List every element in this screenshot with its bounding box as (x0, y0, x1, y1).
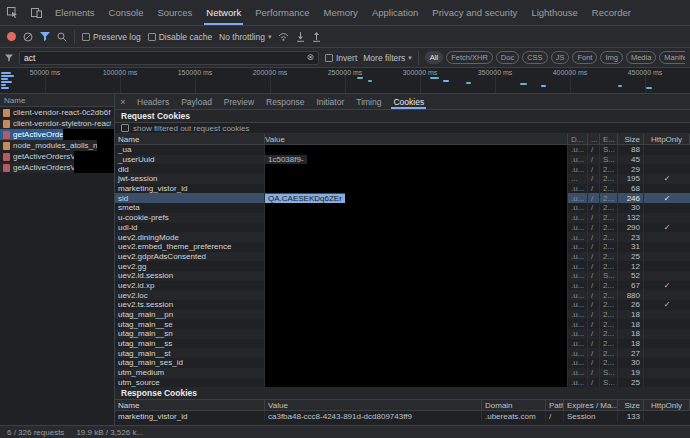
cookie-row[interactable]: uev2.embed_theme_preference.u.../2...31 (115, 242, 690, 252)
network-conditions-icon[interactable] (278, 32, 289, 41)
column-header-domain[interactable]: Domain (482, 400, 546, 410)
device-toolbar-icon[interactable] (24, 0, 48, 25)
column-header-col[interactable]: ... (588, 134, 600, 144)
detail-tab-initiator[interactable]: Initiator (310, 94, 350, 109)
cookie-row[interactable]: utag_main__ss.u.../2...18 (115, 339, 690, 349)
tab-console[interactable]: Console (102, 0, 151, 25)
request-row[interactable]: getActiveOrdersV1?localeCod... (0, 151, 114, 162)
detail-tab-timing[interactable]: Timing (350, 94, 387, 109)
filter-chip-css[interactable]: CSS (522, 51, 547, 64)
cookie-row[interactable]: uev2.id.session.u.../S...52 (115, 271, 690, 281)
cookie-row[interactable]: jwt-session.../2...195✓ (115, 174, 690, 184)
export-har-icon[interactable] (312, 32, 321, 42)
column-header-size[interactable]: Size (618, 134, 644, 144)
cookie-row[interactable]: marketing_vistor_id.u.../2...68 (115, 184, 690, 194)
import-har-icon[interactable] (296, 32, 305, 42)
request-row[interactable]: node_modules_atolls_nalu-rea... (0, 140, 114, 151)
request-row[interactable]: client-vendor-styletron-react-... (0, 118, 114, 129)
cookie-name: _ua (115, 145, 265, 155)
cookie-row[interactable]: udi-id.u.../2...290✓ (115, 223, 690, 233)
show-filtered-cookies-checkbox-box[interactable] (121, 124, 129, 132)
more-filters-button[interactable]: More filters ▾ (363, 53, 412, 63)
detail-tab-cookies[interactable]: Cookies (387, 94, 430, 109)
filter-chip-fetch-xhr[interactable]: Fetch/XHR (446, 51, 493, 64)
column-header-name[interactable]: Name (115, 134, 265, 144)
invert-checkbox[interactable]: Invert (325, 53, 357, 63)
tab-performance[interactable]: Performance (248, 0, 316, 25)
preserve-log-checkbox[interactable]: Preserve log (82, 32, 141, 42)
detail-tab-payload[interactable]: Payload (175, 94, 218, 109)
cookie-row[interactable]: utag_main_ses_id.u.../2...30 (115, 358, 690, 368)
tab-recorder[interactable]: Recorder (585, 0, 638, 25)
column-header-size[interactable]: Size (618, 400, 644, 410)
column-header-value[interactable]: Value (265, 400, 482, 410)
throttling-select[interactable]: No throttling ▾ (219, 32, 271, 42)
clear-network-log-icon[interactable] (23, 32, 33, 42)
cookie-row[interactable]: uev2.loc.u.../2...880 (115, 290, 690, 300)
detail-tab-preview[interactable]: Preview (218, 94, 260, 109)
invert-checkbox-box[interactable] (325, 54, 333, 62)
preserve-log-checkbox-box[interactable] (82, 33, 90, 41)
cookie-row[interactable]: utag_main__pn.u.../2...18 (115, 310, 690, 320)
filter-chip-all[interactable]: All (425, 51, 443, 64)
close-details-icon[interactable]: × (115, 94, 131, 109)
filter-chip-img[interactable]: Img (600, 51, 623, 64)
show-filtered-cookies-checkbox[interactable]: show filtered out request cookies (115, 123, 690, 134)
disable-cache-checkbox-box[interactable] (148, 33, 156, 41)
record-network-log-icon[interactable] (7, 32, 16, 41)
tab-lighthouse[interactable]: Lighthouse (524, 0, 584, 25)
clear-filter-icon[interactable]: ⊗ (306, 53, 314, 62)
column-header-d[interactable]: D... (568, 134, 588, 144)
cookie-row[interactable]: utag_main__se.u.../2...18 (115, 319, 690, 329)
cookie-row[interactable]: smeta.u.../2...30 (115, 203, 690, 213)
cookie-row[interactable]: uev2.gdprAdsConsented.u.../2...25 (115, 252, 690, 262)
column-header-httponly[interactable]: HttpOnly (644, 134, 690, 144)
network-filter-input[interactable]: act ⊗ (19, 51, 319, 65)
filter-chip-doc[interactable]: Doc (496, 51, 519, 64)
column-header-httponly[interactable]: HttpOnly (644, 400, 690, 410)
inspect-element-icon[interactable] (0, 0, 24, 25)
filter-chip-media[interactable]: Media (626, 51, 656, 64)
tab-memory[interactable]: Memory (317, 0, 365, 25)
name-column-header[interactable]: Name (0, 94, 114, 107)
cookie-row[interactable]: sidQA.CAESEKDq6ZEr.u.../2...246✓ (115, 193, 690, 203)
cookie-row[interactable]: utm_medium.u.../S...19 (115, 368, 690, 378)
cookie-row[interactable]: uev2.gg.u.../2...12 (115, 261, 690, 271)
filter-chip-font[interactable]: Font (572, 51, 597, 64)
timeline-overview[interactable]: 50000 ms100000 ms150000 ms200000 ms25000… (0, 68, 690, 94)
column-header-path[interactable]: Path (546, 400, 564, 410)
search-icon[interactable] (57, 32, 67, 42)
tab-elements[interactable]: Elements (48, 0, 102, 25)
filter-chip-manifest[interactable]: Manifest (659, 51, 685, 64)
cookie-domain: .u... (568, 300, 588, 310)
detail-tab-headers[interactable]: Headers (131, 94, 175, 109)
cookie-row[interactable]: marketing_vistor_idca3fba48-ccc8-4243-89… (115, 411, 690, 421)
tab-application[interactable]: Application (365, 0, 425, 25)
cookie-row[interactable]: _ua.u.../S...88 (115, 145, 690, 155)
column-header-name[interactable]: Name (115, 400, 265, 410)
request-row[interactable]: getActiveOrdersV1?localeCod... (0, 162, 114, 173)
cookie-path: / (588, 145, 600, 155)
cookie-row[interactable]: dld.u.../2...29 (115, 164, 690, 174)
cookie-row[interactable]: uev2.id.xp.u.../2...67✓ (115, 281, 690, 291)
tab-network[interactable]: Network (199, 0, 248, 25)
column-header-e[interactable]: E... (600, 134, 618, 144)
cookie-row[interactable]: utag_main__sn.u.../2...18 (115, 329, 690, 339)
request-row[interactable]: getActiveOrdersV1?localeCod... (0, 129, 114, 140)
cookie-row[interactable]: _userUuid1c5038f9-.u.../S...45 (115, 155, 690, 165)
filter-chip-js[interactable]: JS (551, 51, 570, 64)
tab-sources[interactable]: Sources (150, 0, 199, 25)
cookie-row[interactable]: u-cookie-prefs.u.../2...132 (115, 213, 690, 223)
requests-summary[interactable]: 6 / 326 requests (7, 428, 64, 437)
detail-tab-response[interactable]: Response (260, 94, 310, 109)
disable-cache-checkbox[interactable]: Disable cache (148, 32, 212, 42)
cookie-row[interactable]: uev2.diningMode.u.../2...23 (115, 232, 690, 242)
column-header-value[interactable]: Value (265, 134, 568, 144)
column-header-expires-ma[interactable]: Expires / Ma... (564, 400, 618, 410)
filter-icon[interactable] (40, 32, 50, 41)
request-row[interactable]: client-vendor-react-0c2db6f1a... (0, 107, 114, 118)
tab-privacy-and-security[interactable]: Privacy and security (425, 0, 524, 25)
cookie-row[interactable]: utag_main__st.u.../2...27 (115, 348, 690, 358)
cookie-row[interactable]: utm_source.u.../S...25 (115, 378, 690, 388)
cookie-row[interactable]: uev2.ts.session.u.../2...26✓ (115, 300, 690, 310)
